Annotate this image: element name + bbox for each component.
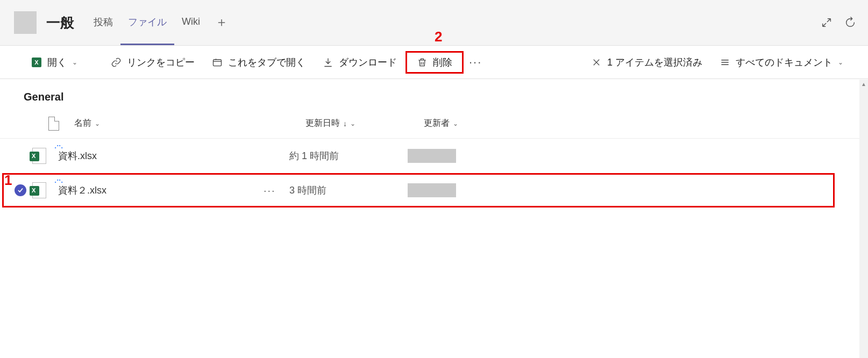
file-modified-label: 3 時間前 [289, 185, 326, 196]
excel-file-icon [32, 182, 46, 198]
tab-wiki-label: Wiki [182, 16, 200, 27]
tab-row: 投稿 ファイル Wiki ＋ [86, 0, 236, 45]
tab-files[interactable]: ファイル [120, 0, 174, 45]
column-modified[interactable]: 更新日時 ↓ ⌄ [305, 118, 424, 129]
delete-label: 削除 [433, 56, 452, 69]
tab-wiki[interactable]: Wiki [174, 0, 208, 45]
document-icon [48, 117, 59, 131]
file-name-label: 資料２.xlsx [58, 185, 106, 196]
team-avatar [14, 11, 37, 34]
command-bar: X 開く ⌄ リンクをコピー これをタブで開く ダウンロード 削除 ··· [0, 46, 868, 79]
scrollbar[interactable]: ▲ [859, 80, 868, 358]
excel-icon: X [31, 57, 42, 68]
column-name-label: 名前 [74, 118, 91, 129]
file-modified: 3 時間前 [289, 184, 408, 197]
chevron-down-icon: ⌄ [350, 120, 355, 127]
tab-posts-label: 投稿 [94, 16, 113, 28]
download-button[interactable]: ダウンロード [314, 52, 405, 73]
download-icon [323, 57, 333, 68]
trash-icon [417, 57, 428, 68]
file-modified-by [408, 183, 547, 197]
chevron-down-icon: ⌄ [72, 59, 77, 66]
expand-icon[interactable] [819, 15, 835, 31]
open-button[interactable]: X 開く ⌄ [23, 52, 86, 73]
new-indicator-icon: ⠔⠢ [54, 142, 62, 151]
column-name[interactable]: 名前 ⌄ [74, 118, 305, 129]
chevron-down-icon: ⌄ [95, 120, 100, 127]
delete-button[interactable]: 削除 [405, 51, 464, 74]
row-checkbox[interactable] [9, 184, 32, 196]
file-modified-by [408, 149, 547, 163]
channel-header: 一般 投稿 ファイル Wiki ＋ [0, 0, 868, 46]
download-label: ダウンロード [339, 56, 397, 69]
open-in-tab-label: これをタブで開く [228, 56, 305, 69]
file-row[interactable]: ⠔⠢ 資料２.xlsx ··· 3 時間前 [0, 173, 868, 207]
new-indicator-icon: ⠔⠢ [54, 176, 62, 185]
row-more-button[interactable]: ··· [264, 184, 276, 197]
open-in-tab-button[interactable]: これをタブで開く [203, 52, 314, 73]
folder-title: General [0, 79, 868, 109]
file-row[interactable]: ⠔⠢ 資料.xlsx 約 1 時間前 [0, 139, 868, 173]
ellipsis-icon: ··· [469, 55, 482, 69]
copy-link-label: リンクをコピー [127, 56, 195, 69]
redacted-block [408, 183, 456, 197]
arrow-down-icon: ↓ [343, 119, 347, 128]
excel-file-icon [32, 148, 46, 164]
link-icon [111, 57, 122, 68]
column-type-icon[interactable] [48, 117, 74, 131]
column-modified-by[interactable]: 更新者 ⌄ [424, 118, 564, 129]
file-name[interactable]: 資料２.xlsx [58, 184, 289, 197]
close-icon [591, 57, 602, 68]
chevron-down-icon: ⌄ [453, 120, 458, 127]
column-header-row: 名前 ⌄ 更新日時 ↓ ⌄ 更新者 ⌄ [0, 109, 868, 139]
file-name[interactable]: 資料.xlsx [58, 149, 289, 162]
column-modified-label: 更新日時 [305, 118, 340, 129]
command-bar-right: 1 アイテムを選択済み すべてのドキュメント ⌄ [582, 46, 852, 78]
tab-add[interactable]: ＋ [208, 0, 236, 45]
refresh-icon[interactable] [842, 15, 858, 31]
tab-files-label: ファイル [128, 16, 167, 28]
tab-posts[interactable]: 投稿 [86, 0, 120, 45]
file-modified: 約 1 時間前 [289, 149, 408, 162]
view-switcher[interactable]: すべてのドキュメント ⌄ [711, 52, 852, 73]
file-name-label: 資料.xlsx [58, 151, 97, 161]
redacted-block [408, 149, 456, 163]
svg-rect-0 [214, 60, 222, 66]
header-actions [819, 0, 858, 45]
view-switcher-label: すべてのドキュメント [736, 56, 833, 69]
copy-link-button[interactable]: リンクをコピー [102, 52, 203, 73]
file-modified-label: 約 1 時間前 [289, 151, 339, 161]
scroll-up-icon[interactable]: ▲ [859, 80, 868, 88]
clear-selection-button[interactable]: 1 アイテムを選択済み [582, 52, 711, 73]
checkmark-icon [15, 184, 26, 196]
chevron-down-icon: ⌄ [838, 59, 843, 66]
channel-title: 一般 [46, 13, 74, 32]
more-commands-button[interactable]: ··· [464, 51, 487, 74]
tab-icon [212, 57, 223, 68]
file-list: 名前 ⌄ 更新日時 ↓ ⌄ 更新者 ⌄ ⠔⠢ 資料.xlsx 約 1 時間前 ⠔… [0, 109, 868, 207]
open-label: 開く [47, 56, 67, 69]
list-icon [720, 57, 730, 68]
ellipsis-icon: ··· [264, 184, 276, 196]
column-modified-by-label: 更新者 [424, 118, 450, 129]
selection-count-label: 1 アイテムを選択済み [607, 56, 702, 69]
